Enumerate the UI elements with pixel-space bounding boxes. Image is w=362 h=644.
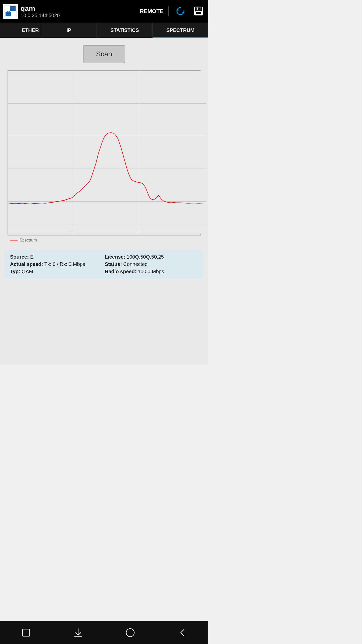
tab-statistics[interactable]: STATISTICS [97,23,153,38]
legend-line [10,240,18,240]
license-value: 100Q,50Q,50,25 [127,254,164,260]
svg-rect-8 [196,7,200,10]
header-divider [168,6,169,16]
refresh-icon [175,6,186,17]
remote-label: REMOTE [140,8,163,15]
source-value: E [30,254,33,260]
typ-value: QAM [22,269,33,274]
radio-speed-value: 100.0 Mbps [138,269,164,274]
tab-ether[interactable]: ETHER [0,23,41,38]
license-row: License: 100Q,50Q,50,25 [105,254,198,260]
typ-label: Typ: [10,269,20,274]
svg-text:—: — [137,230,140,234]
svg-rect-5 [11,12,16,16]
main-content: Scan — — Spectrum Source: [0,38,208,365]
legend-label: Spectrum [20,238,37,243]
app-logo: S [3,4,18,19]
spectrum-chart: — — [8,70,201,235]
save-button[interactable] [192,5,205,18]
app-info: qam 10.0.25.144:5020 [21,5,60,18]
actual-speed-label: Actual speed: [10,261,43,267]
actual-speed-value: Tx: 0 / Rx: 0 Mbps [44,261,85,267]
svg-text:—: — [71,230,74,234]
header-actions: REMOTE [140,5,205,18]
svg-rect-11 [8,71,206,234]
app-ip: 10.0.25.144:5020 [21,13,60,18]
logo-container: S qam 10.0.25.144:5020 [3,4,140,19]
actual-speed-row: Actual speed: Tx: 0 / Rx: 0 Mbps [10,261,103,267]
app-title: qam [21,5,60,13]
tab-spectrum[interactable]: SPECTRUM [153,23,208,38]
radio-speed-label: Radio speed: [105,269,137,274]
tab-ip[interactable]: IP [41,23,97,38]
chart-legend: Spectrum [10,238,203,243]
scan-button[interactable]: Scan [83,45,125,63]
radio-speed-row: Radio speed: 100.0 Mbps [105,269,198,274]
status-label-text: Status: [105,261,122,267]
app-header: S qam 10.0.25.144:5020 REMOTE [0,0,208,23]
svg-text:S: S [6,10,10,16]
svg-rect-10 [197,8,198,10]
typ-row: Typ: QAM [10,269,103,274]
tab-bar: ETHER IP STATISTICS SPECTRUM [0,23,208,38]
svg-rect-9 [196,12,202,15]
status-bar: Source: E License: 100Q,50Q,50,25 Actual… [5,250,203,278]
source-row: Source: E [10,254,103,260]
license-label: License: [105,254,125,260]
scan-button-container: Scan [5,45,203,63]
refresh-button[interactable] [174,5,187,18]
source-label: Source: [10,254,29,260]
spectrum-svg: — — [8,71,206,234]
status-value: Connected [123,261,148,267]
status-row-item: Status: Connected [105,261,198,267]
save-icon [193,6,204,17]
